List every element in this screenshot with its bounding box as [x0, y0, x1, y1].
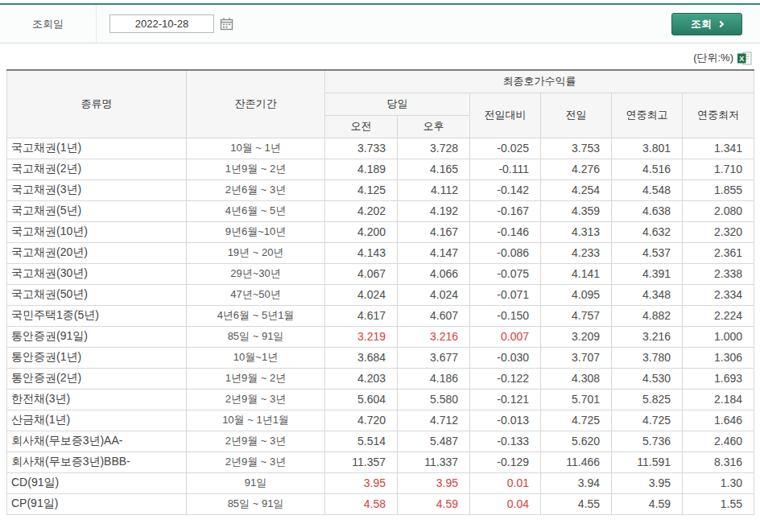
year-high: 4.348	[612, 284, 683, 305]
pm-yield: 4.712	[398, 410, 470, 431]
maturity-range: 2년9월 ~ 3년	[187, 431, 325, 452]
bond-name: 국고채권(1년)	[7, 138, 187, 159]
calendar-icon[interactable]	[220, 18, 233, 31]
prev-yield: 4.254	[541, 179, 612, 200]
vs-prev-diff: -0.030	[470, 347, 541, 368]
table-row: 국고채권(3년) 2년6월 ~ 3년 4.125 4.112 -0.142 4.…	[7, 179, 754, 200]
bond-name: 국고채권(3년)	[7, 179, 187, 200]
vs-prev-diff: -0.133	[470, 431, 541, 452]
year-low: 1.30	[683, 472, 754, 493]
am-yield: 3.684	[325, 347, 398, 368]
table-row: 통안증권(1년) 10월~1년 3.684 3.677 -0.030 3.707…	[7, 347, 754, 368]
bond-name: 회사채(무보증3년)AA-	[7, 431, 187, 452]
maturity-range: 2년9월 ~ 3년	[187, 389, 325, 410]
maturity-range: 10월 ~ 1년1월	[187, 410, 325, 431]
year-low: 8.316	[683, 452, 754, 472]
pm-yield: 4.167	[398, 221, 470, 242]
year-high: 4.882	[612, 305, 683, 326]
year-high: 3.801	[612, 138, 683, 159]
maturity-range: 19년 ~ 20년	[187, 242, 325, 263]
year-low: 2.334	[683, 284, 754, 305]
table-row: 회사채(무보증3년)AA- 2년9월 ~ 3년 5.514 5.487 -0.1…	[7, 431, 754, 452]
table-row: 국고채권(50년) 47년~50년 4.024 4.024 -0.071 4.0…	[7, 284, 754, 305]
table-body: 국고채권(1년) 10월 ~ 1년 3.733 3.728 -0.025 3.7…	[7, 138, 754, 514]
year-high: 5.736	[612, 431, 683, 452]
bond-name: CD(91일)	[7, 472, 187, 493]
pm-yield: 4.112	[398, 179, 470, 200]
col-header-type: 종류명	[7, 70, 187, 138]
bond-name: 통안증권(1년)	[7, 347, 187, 368]
col-header-vs-prev: 전일대비	[470, 93, 541, 138]
search-button[interactable]: 조회	[671, 13, 742, 35]
pm-yield: 4.024	[398, 284, 470, 305]
col-header-year-high: 연중최고	[612, 93, 683, 138]
table-row: 통안증권(91일) 85일 ~ 91일 3.219 3.216 0.007 3.…	[7, 326, 754, 347]
table-row: CP(91일) 85일 ~ 91일 4.58 4.59 0.04 4.55 4.…	[7, 493, 754, 514]
am-yield: 4.58	[325, 493, 398, 514]
prev-yield: 4.757	[541, 305, 612, 326]
bond-name: 회사채(무보증3년)BBB-	[7, 452, 187, 472]
prev-yield: 5.620	[541, 431, 612, 452]
year-low: 1.710	[683, 159, 754, 179]
year-high: 3.216	[612, 326, 683, 347]
date-input[interactable]	[109, 14, 214, 33]
year-high: 4.391	[612, 263, 683, 284]
maturity-range: 85일 ~ 91일	[187, 326, 325, 347]
prev-yield: 4.359	[541, 200, 612, 221]
bond-name: 국고채권(5년)	[7, 200, 187, 221]
col-header-prev: 전일	[541, 93, 612, 138]
year-low: 1.855	[683, 179, 754, 200]
maturity-range: 10월~1년	[187, 347, 325, 368]
year-low: 2.338	[683, 263, 754, 284]
maturity-range: 1년9월 ~ 2년	[187, 159, 325, 179]
pm-yield: 4.147	[398, 242, 470, 263]
bond-name: 국민주택1종(5년)	[7, 305, 187, 326]
bond-name: 산금채(1년)	[7, 410, 187, 431]
maturity-range: 4년6월 ~ 5년	[187, 200, 325, 221]
query-bar: 조회일 조회	[0, 3, 760, 43]
table-row: 한전채(3년) 2년9월 ~ 3년 5.604 5.580 -0.121 5.7…	[7, 389, 754, 410]
col-header-maturity: 잔존기간	[187, 70, 325, 138]
vs-prev-diff: 0.04	[470, 493, 541, 514]
vs-prev-diff: -0.129	[470, 452, 541, 472]
am-yield: 4.202	[325, 200, 398, 221]
vs-prev-diff: -0.146	[470, 221, 541, 242]
am-yield: 5.514	[325, 431, 398, 452]
year-low: 2.080	[683, 200, 754, 221]
year-high: 4.530	[612, 368, 683, 389]
table-row: 국고채권(2년) 1년9월 ~ 2년 4.189 4.165 -0.111 4.…	[7, 159, 754, 179]
prev-yield: 4.308	[541, 368, 612, 389]
maturity-range: 2년9월 ~ 3년	[187, 452, 325, 472]
pm-yield: 4.192	[398, 200, 470, 221]
year-high: 3.780	[612, 347, 683, 368]
unit-label: (단위:%)	[693, 51, 733, 65]
maturity-range: 47년~50년	[187, 284, 325, 305]
yield-table: 종류명 잔존기간 최종호가수익률 당일 전일대비 전일 연중최고 연중최저 오전…	[6, 69, 754, 515]
am-yield: 4.203	[325, 368, 398, 389]
year-low: 1.646	[683, 410, 754, 431]
table-row: 국고채권(5년) 4년6월 ~ 5년 4.202 4.192 -0.167 4.…	[7, 200, 754, 221]
pm-yield: 4.607	[398, 305, 470, 326]
prev-yield: 3.707	[541, 347, 612, 368]
year-high: 4.537	[612, 242, 683, 263]
pm-yield: 4.59	[398, 493, 470, 514]
year-low: 1.000	[683, 326, 754, 347]
prev-yield: 4.55	[541, 493, 612, 514]
pm-yield: 4.186	[398, 368, 470, 389]
maturity-range: 9년6월~10년	[187, 221, 325, 242]
vs-prev-diff: -0.071	[470, 284, 541, 305]
year-low: 2.361	[683, 242, 754, 263]
pm-yield: 11.337	[398, 452, 470, 472]
excel-download-icon[interactable]: X	[737, 52, 752, 65]
pm-yield: 5.580	[398, 389, 470, 410]
bond-name: 통안증권(91일)	[7, 326, 187, 347]
col-header-year-low: 연중최저	[683, 93, 754, 138]
year-high: 4.725	[612, 410, 683, 431]
year-high: 4.516	[612, 159, 683, 179]
am-yield: 11.357	[325, 452, 398, 472]
pm-yield: 3.677	[398, 347, 470, 368]
pm-yield: 5.487	[398, 431, 470, 452]
am-yield: 4.125	[325, 179, 398, 200]
bond-name: 국고채권(20년)	[7, 242, 187, 263]
table-row: 국고채권(20년) 19년 ~ 20년 4.143 4.147 -0.086 4…	[7, 242, 754, 263]
